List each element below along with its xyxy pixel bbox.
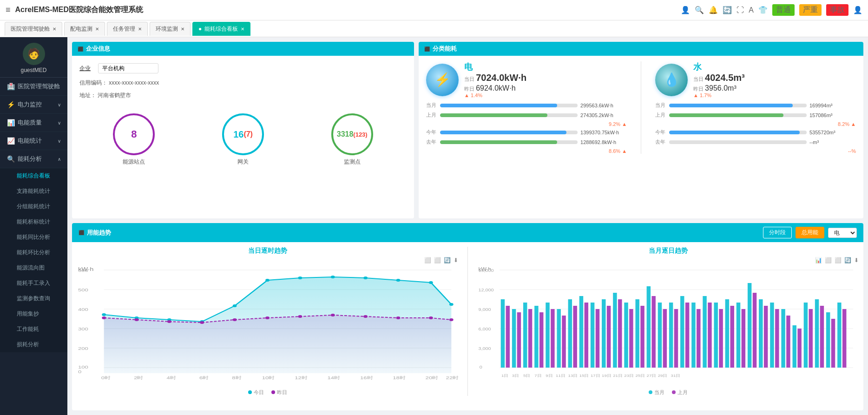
badge-error[interactable]: 事故 [826, 4, 848, 16]
right-chart: 当月逐日趋势 📊 ⬜ ⬜ 🔄 ⬇ kW·h [477, 247, 859, 396]
monitor-extra: (123) [353, 131, 367, 138]
company-tab-input[interactable] [98, 63, 158, 73]
water-bar-track-2 [669, 113, 807, 117]
svg-text:12,000: 12,000 [478, 288, 494, 292]
svg-text:10时: 10时 [262, 375, 275, 380]
svg-text:6时: 6时 [199, 375, 209, 380]
left-chart-svg: kW·h 600 500 400 300 [77, 265, 458, 386]
svg-rect-66 [506, 306, 510, 368]
right-chart-icon-1[interactable]: 📊 [815, 257, 822, 263]
tab-close-3[interactable]: ✕ [181, 26, 184, 32]
btn-total[interactable]: 总用能 [796, 227, 824, 238]
tab-hospital[interactable]: 医院管理驾驶舱 ✕ [5, 22, 62, 36]
svg-point-24 [396, 279, 401, 282]
electricity-yesterday-value: 6924.0kW·h [476, 84, 515, 92]
chart-refresh-icon[interactable]: 🔄 [444, 257, 451, 263]
svg-text:23日: 23日 [624, 374, 634, 378]
chart-download-icon[interactable]: ⬇ [454, 257, 458, 263]
tab-env[interactable]: 环境监测 ✕ [150, 22, 191, 36]
svg-point-23 [363, 277, 368, 279]
sidebar-item-stat[interactable]: 📈 电能统计 ∨ [0, 132, 67, 150]
svg-rect-120 [809, 309, 813, 368]
sidebar-item-loss[interactable]: 损耗分析 [0, 337, 67, 352]
tab-task[interactable]: 任务管理 ✕ [107, 22, 148, 36]
sidebar-item-work-energy[interactable]: 工作能耗 [0, 322, 67, 337]
sidebar-item-manual[interactable]: 能耗手工录入 [0, 276, 67, 291]
water-bar-current-year: 今年 5355720m³ [655, 129, 856, 136]
svg-rect-82 [596, 309, 599, 368]
water-yesterday-row: 昨日 3956.0m³ [693, 84, 745, 92]
sidebar-item-yoy[interactable]: 能耗同比分析 [0, 230, 67, 245]
font-icon[interactable]: A [749, 6, 754, 14]
user-icon[interactable]: 👤 [681, 6, 690, 14]
company-header: 企业信息 [72, 42, 414, 56]
right-chart-refresh-icon[interactable]: 🔄 [844, 257, 851, 263]
energy-select[interactable]: 电 水 [828, 228, 857, 238]
fullscreen-icon[interactable]: ⛶ [736, 6, 744, 14]
svg-rect-126 [842, 309, 846, 368]
right-chart-icon-2[interactable]: ⬜ [825, 257, 832, 263]
circle-energy-stations: 8 能源站点 [113, 113, 155, 166]
water-yesterday-value: 3956.0m³ [705, 84, 736, 92]
sidebar-item-flow[interactable]: 能源流向图 [0, 260, 67, 276]
badge-warn[interactable]: 严重 [799, 4, 822, 16]
right-chart-icon-3[interactable]: ⬜ [835, 257, 842, 263]
sidebar-item-mom[interactable]: 能耗环比分析 [0, 245, 67, 260]
svg-rect-104 [719, 309, 723, 368]
chart-icon-2[interactable]: ⬜ [434, 257, 441, 263]
tab-energy[interactable]: ● 能耗综合看板 ✕ [192, 22, 250, 36]
sidebar-item-analysis[interactable]: 🔍 能耗分析 ∧ [0, 150, 67, 168]
chart-icon-1[interactable]: ⬜ [424, 257, 431, 263]
svg-rect-78 [573, 306, 577, 368]
svg-text:4时: 4时 [167, 375, 176, 380]
sidebar-logo: 🧑 guestMED [0, 37, 67, 78]
svg-point-19 [233, 304, 237, 307]
tab-close-4[interactable]: ✕ [241, 26, 244, 32]
sidebar-item-monitor-query[interactable]: 监测参数查询 [0, 291, 67, 306]
svg-rect-122 [820, 306, 824, 368]
sidebar-item-dashboard[interactable]: 能耗综合看板 [0, 168, 67, 184]
sidebar-item-power[interactable]: ⚡ 电力监控 ∨ [0, 96, 67, 114]
svg-rect-80 [585, 303, 588, 368]
tab-close-1[interactable]: ✕ [95, 26, 99, 32]
sidebar-item-benchmark[interactable]: 能耗析标统计 [0, 214, 67, 230]
svg-text:400: 400 [78, 307, 88, 312]
electricity-info: 电 当日 7024.0kW·h 昨日 6924.0kW·h ▲ 1.4% [464, 61, 526, 98]
tab-power[interactable]: 配电监测 ✕ [64, 22, 105, 36]
right-chart-download-icon[interactable]: ⬇ [854, 257, 859, 263]
svg-point-38 [429, 316, 433, 319]
svg-point-32 [233, 318, 237, 321]
badge-normal[interactable]: 普通 [772, 4, 795, 16]
svg-point-28 [102, 316, 106, 319]
avatar-icon[interactable]: 👤 [853, 6, 862, 14]
svg-rect-101 [703, 296, 706, 368]
gateway-value: 16 [233, 129, 243, 140]
svg-rect-79 [579, 296, 583, 368]
shirt-icon[interactable]: 👕 [758, 6, 768, 14]
sidebar-item-collect[interactable]: 用能集抄 [0, 306, 67, 322]
sidebar-item-hospital[interactable]: 🏥 医院管理驾驶舱 [0, 78, 67, 96]
header-icons: 👤 🔍 🔔 🔄 ⛶ A 👕 普通 严重 事故 👤 [681, 4, 862, 16]
company-tab-enterprise[interactable]: 企业 [79, 65, 91, 72]
svg-text:15日: 15日 [579, 374, 589, 378]
menu-icon[interactable]: ≡ [6, 5, 11, 15]
electricity-bars: 当月 299563.6kW·h 上月 274305.2kW·h 9.2% ▲ [426, 102, 627, 154]
svg-point-30 [167, 320, 171, 323]
circle-purple: 8 [113, 113, 155, 155]
sidebar-item-quality[interactable]: 📊 电能质量 ∨ [0, 114, 67, 132]
tab-close-2[interactable]: ✕ [138, 26, 142, 32]
btn-period[interactable]: 分时段 [763, 227, 792, 238]
svg-marker-27 [104, 315, 452, 373]
tab-close-0[interactable]: ✕ [53, 26, 56, 32]
sidebar-item-branch[interactable]: 支路能耗统计 [0, 184, 67, 199]
sidebar-item-group[interactable]: 分组能耗统计 [0, 199, 67, 214]
search-icon[interactable]: 🔍 [695, 6, 704, 14]
water-bar-last-year: 去年 --m³ [655, 138, 856, 145]
monitor-value: 3318 [337, 130, 354, 138]
circle-gateway: 16 (7) 网关 [222, 113, 264, 166]
svg-point-20 [265, 279, 270, 282]
refresh-icon[interactable]: 🔄 [723, 6, 732, 14]
right-chart-area: kW·h 15,000 12,000 9,000 [477, 265, 859, 386]
svg-point-34 [298, 315, 302, 318]
bell-icon[interactable]: 🔔 [709, 6, 718, 14]
